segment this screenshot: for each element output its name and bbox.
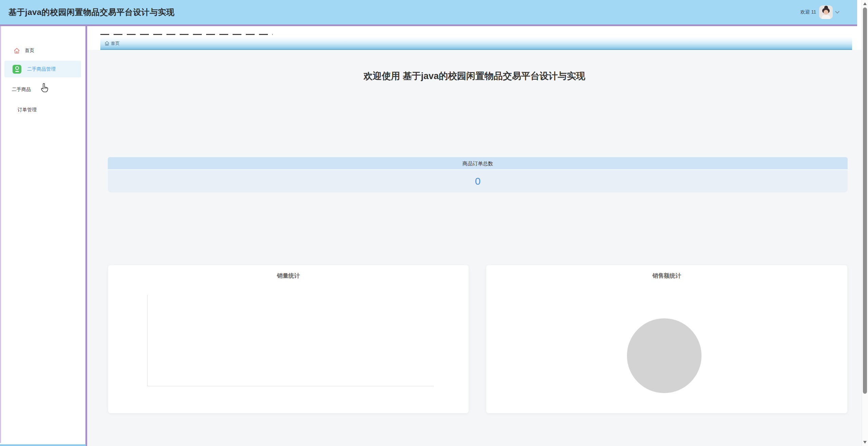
order-total-card: 商品订单总数 0 [108, 157, 848, 192]
vertical-scrollbar[interactable] [862, 0, 868, 446]
avatar-art [824, 10, 828, 15]
sidebar-item-secondhand-goods[interactable]: 二手商品 [0, 81, 85, 98]
sales-volume-chart-title: 销量统计 [108, 272, 469, 280]
home-icon [104, 41, 110, 46]
app-header: 基于java的校园闲置物品交易平台设计与实现 欢迎 11 [0, 0, 857, 26]
scrollbar-thumb[interactable] [863, 7, 867, 394]
user-menu[interactable]: 欢迎 11 [801, 0, 839, 24]
sidebar-item-order-management[interactable]: 订单管理 [0, 102, 85, 118]
breadcrumb[interactable]: 首页 [100, 37, 852, 50]
sidebar-item-label: 首页 [25, 48, 34, 54]
breadcrumb-item-home[interactable]: 首页 [111, 40, 120, 47]
sidebar-item-label: 二手商品 [12, 87, 31, 93]
dashed-focus-outline [100, 34, 273, 35]
y-axis-line [147, 295, 147, 386]
sidebar-item-home[interactable]: 首页 [0, 43, 85, 58]
order-total-card-body: 0 [108, 170, 848, 192]
sidebar: 首页 二手商品管理 二手商品 订单管理 [0, 26, 85, 445]
chevron-down-icon[interactable] [835, 9, 840, 14]
sidebar-item-label: 订单管理 [18, 107, 37, 113]
scroll-up-icon[interactable] [863, 2, 867, 5]
welcome-text: 欢迎 11 [801, 9, 816, 15]
x-axis-line [147, 386, 434, 386]
order-total-card-title: 商品订单总数 [108, 157, 848, 170]
goods-icon [13, 65, 21, 74]
revenue-chart-title: 销售额统计 [486, 272, 847, 280]
order-total-value: 0 [475, 175, 481, 187]
welcome-label: 欢迎 [801, 9, 810, 15]
user-avatar[interactable] [819, 5, 833, 19]
empty-pie-placeholder [627, 318, 702, 393]
sidebar-item-label: 二手商品管理 [27, 66, 56, 72]
revenue-chart-card: 销售额统计 [486, 265, 848, 413]
avatar-art [822, 15, 830, 19]
scroll-down-icon[interactable] [863, 441, 867, 444]
sales-volume-chart-card: 销量统计 [108, 265, 469, 413]
home-icon [14, 48, 20, 54]
app-title: 基于java的校园闲置物品交易平台设计与实现 [8, 7, 175, 18]
username: 11 [811, 9, 816, 15]
page-title: 欢迎使用 基于java的校园闲置物品交易平台设计与实现 [87, 70, 862, 82]
app-left-border [0, 26, 1, 443]
bottom-edge-strip [0, 444, 86, 446]
sidebar-item-goods-management[interactable]: 二手商品管理 [4, 61, 81, 77]
